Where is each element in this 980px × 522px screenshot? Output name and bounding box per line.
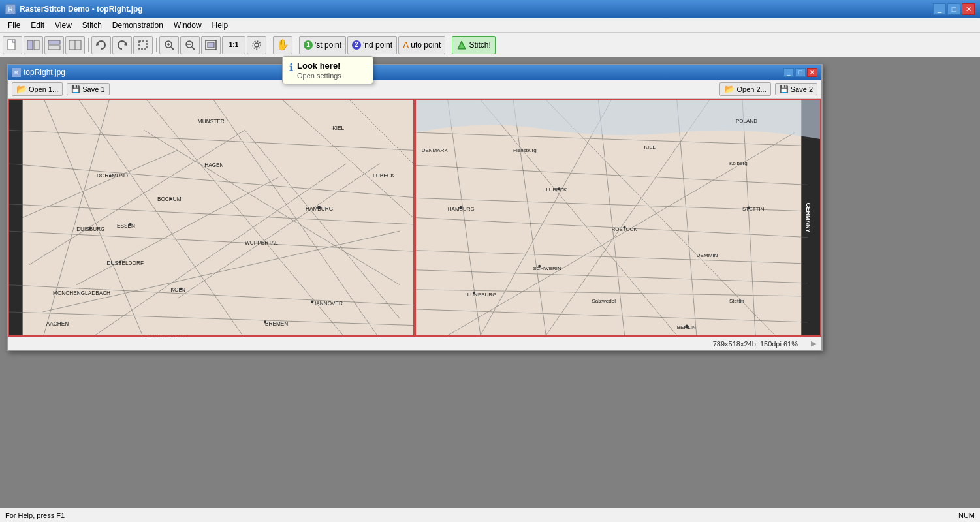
svg-point-109: [558, 187, 560, 190]
auto-point-icon: A: [403, 40, 409, 50]
zoom-in-button[interactable]: [159, 36, 179, 54]
svg-line-11: [171, 47, 174, 50]
svg-text:LUBECK: LUBECK: [373, 173, 395, 179]
doc-status-bar: 789x518x24b; 150dpi 61% ▶: [8, 337, 821, 350]
svg-rect-24: [9, 100, 23, 335]
settings-icon: [251, 39, 262, 51]
settings-button[interactable]: [247, 36, 266, 54]
right-map-panel[interactable]: GERMANY: [415, 99, 821, 337]
close-button[interactable]: ✕: [962, 3, 975, 15]
new-button[interactable]: [3, 36, 22, 54]
save2-button[interactable]: 💾 Save 2: [775, 83, 817, 95]
panel-h-button[interactable]: [44, 36, 64, 54]
svg-text:DORTMUND: DORTMUND: [97, 173, 128, 179]
open2-button[interactable]: 📂 Open 2...: [719, 82, 770, 96]
svg-point-108: [459, 206, 462, 209]
menu-stitch[interactable]: Stitch: [77, 20, 107, 31]
minimize-button[interactable]: _: [933, 3, 946, 15]
open1-button[interactable]: 📂 Open 1...: [12, 82, 63, 96]
svg-point-63: [109, 174, 112, 177]
save1-button[interactable]: 💾 Save 1: [67, 83, 109, 95]
zoom-out-button[interactable]: [180, 36, 200, 54]
image-area: DORTMUND BOCHUM ESSEN DUISBURG DUSSELDOR…: [8, 99, 821, 337]
svg-point-113: [685, 324, 688, 328]
menu-window[interactable]: Window: [168, 20, 207, 31]
svg-text:BOCHUM: BOCHUM: [157, 196, 182, 202]
svg-rect-0: [8, 40, 15, 50]
svg-text:STETTIN: STETTIN: [742, 206, 765, 212]
svg-point-19: [255, 43, 259, 47]
svg-point-65: [129, 223, 132, 226]
zoom-100-button[interactable]: 1:1: [222, 36, 245, 54]
first-point-icon: 1: [304, 40, 313, 50]
svg-text:Salzwedel: Salzwedel: [592, 298, 616, 304]
svg-point-20: [253, 41, 261, 49]
title-bar-left: R RasterStitch Demo - topRight.jpg: [5, 4, 143, 14]
main-content: R topRight.jpg _ □ ✕ 📂 Open 1... 💾 Save …: [0, 57, 980, 508]
svg-text:WUPPERTAL: WUPPERTAL: [245, 240, 278, 246]
svg-text:MONCHENGLADBACH: MONCHENGLADBACH: [53, 290, 110, 296]
doc-maximize-button[interactable]: □: [795, 68, 806, 77]
menu-help[interactable]: Help: [207, 20, 234, 31]
title-controls: _ □ ✕: [933, 3, 975, 15]
panel-view-button[interactable]: [24, 36, 43, 54]
maximize-button[interactable]: □: [947, 3, 960, 15]
svg-text:Flensburg: Flensburg: [513, 147, 537, 153]
menu-view[interactable]: View: [50, 20, 77, 31]
crop-button[interactable]: [133, 36, 153, 54]
svg-point-71: [264, 320, 266, 323]
open2-icon: 📂: [724, 84, 735, 94]
doc-minimize-button[interactable]: _: [783, 68, 794, 77]
tooltip-icon: ℹ: [289, 61, 293, 74]
save2-label: Save 2: [791, 85, 813, 93]
zoom-fit-button[interactable]: [201, 36, 221, 54]
status-bar: For Help, press F1 NUM: [0, 508, 980, 522]
separator-5: [447, 36, 450, 54]
stitch-button[interactable]: Stitch!: [452, 36, 495, 54]
svg-text:SCHWERIN: SCHWERIN: [533, 266, 561, 271]
rotate-right-icon: [116, 39, 128, 51]
svg-point-66: [89, 227, 91, 230]
save1-label: Save 1: [82, 85, 104, 93]
doc-window-title: topRight.jpg: [24, 68, 65, 77]
svg-point-70: [311, 300, 313, 303]
doc-toolbar: 📂 Open 1... 💾 Save 1 📂 Open 2... 💾 Save …: [8, 80, 821, 99]
svg-point-112: [473, 292, 475, 294]
panel-v-icon: [69, 40, 82, 50]
svg-text:MUNSTER: MUNSTER: [198, 119, 225, 125]
app-icon: R: [5, 4, 16, 14]
doc-status-text: 789x518x24b; 150dpi 61%: [713, 340, 798, 348]
svg-rect-2: [34, 40, 39, 50]
left-map-image: DORTMUND BOCHUM ESSEN DUISBURG DUSSELDOR…: [9, 100, 413, 335]
svg-text:KIEL: KIEL: [644, 144, 656, 150]
doc-close-button[interactable]: ✕: [807, 68, 817, 77]
second-point-label: 'nd point: [363, 40, 392, 50]
svg-point-110: [624, 226, 626, 229]
rotate-right-button[interactable]: [112, 36, 132, 54]
first-point-button[interactable]: 1 'st point: [299, 36, 346, 54]
left-map-panel[interactable]: DORTMUND BOCHUM ESSEN DUISBURG DUSSELDOR…: [8, 99, 415, 337]
document-window: R topRight.jpg _ □ ✕ 📂 Open 1... 💾 Save …: [7, 64, 823, 351]
open2-label: Open 2...: [736, 85, 766, 93]
num-indicator: NUM: [958, 512, 975, 519]
svg-text:DUSSELDORF: DUSSELDORF: [107, 260, 144, 266]
zoom-fit-icon: [204, 39, 217, 51]
svg-point-111: [538, 265, 541, 268]
tooltip: ℹ Look here! Open settings: [282, 56, 373, 84]
menu-file[interactable]: File: [3, 20, 25, 31]
second-point-button[interactable]: 2 'nd point: [347, 36, 397, 54]
first-point-label: 'st point: [315, 40, 341, 50]
svg-text:DENMARK: DENMARK: [422, 147, 449, 153]
open1-label: Open 1...: [29, 85, 58, 93]
doc-title-bar: R topRight.jpg _ □ ✕: [8, 65, 821, 80]
rotate-left-button[interactable]: [91, 36, 111, 54]
svg-rect-9: [139, 41, 147, 49]
svg-rect-3: [48, 40, 60, 44]
menu-demonstration[interactable]: Demonstration: [107, 20, 168, 31]
crop-icon: [137, 39, 149, 51]
menu-edit[interactable]: Edit: [25, 20, 50, 31]
auto-point-button[interactable]: A uto point: [398, 36, 445, 54]
pan-button[interactable]: ✋: [273, 36, 292, 54]
panel-v-button[interactable]: [65, 36, 85, 54]
svg-text:Kolberg: Kolberg: [729, 161, 748, 166]
